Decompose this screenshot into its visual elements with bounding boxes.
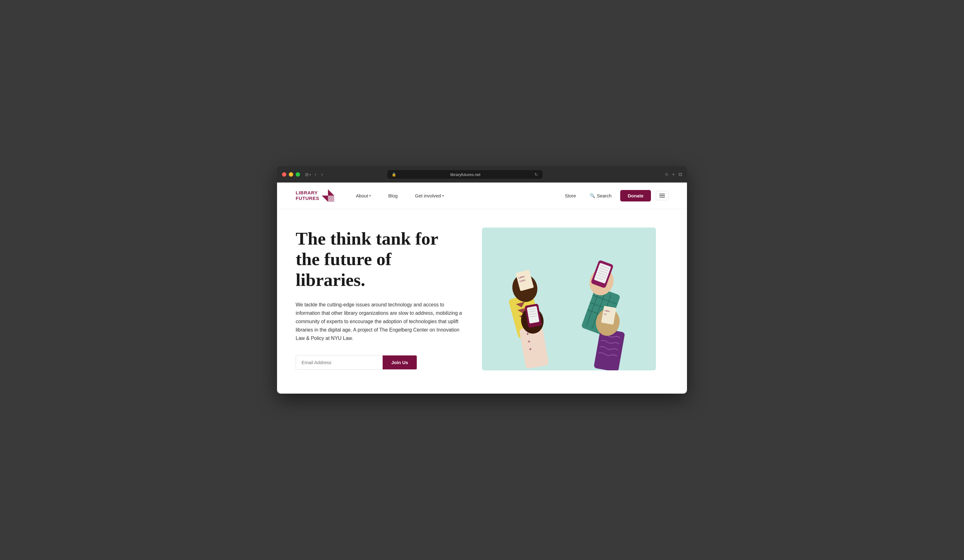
lock-icon: 🔒	[392, 172, 396, 177]
join-button[interactable]: Join Us	[383, 355, 417, 369]
svg-rect-3	[482, 227, 656, 370]
svg-marker-0	[328, 189, 334, 196]
forward-button[interactable]: ›	[320, 171, 324, 178]
search-icon: 🔍	[590, 193, 595, 198]
logo[interactable]: LIBRARY FUTURES	[296, 189, 335, 202]
nav-search-btn[interactable]: 🔍 Search	[586, 191, 616, 201]
hero-section: The think tank for the future of librari…	[277, 209, 687, 389]
hero-illustration: LIBRA CARD	[482, 227, 656, 370]
svg-marker-2	[322, 196, 328, 202]
back-button[interactable]: ‹	[313, 171, 318, 178]
traffic-lights	[282, 172, 300, 177]
url-text: libraryfutures.net	[399, 172, 532, 177]
nav-blog[interactable]: Blog	[379, 191, 406, 201]
browser-window: ⊞ ▾ ‹ › 🔒 libraryfutures.net ↻ ⎋ + ⧉ LIB…	[277, 166, 687, 394]
address-bar[interactable]: 🔒 libraryfutures.net ↻	[387, 170, 542, 179]
nav-donate-button[interactable]: Donate	[620, 190, 651, 201]
close-button[interactable]	[282, 172, 287, 177]
minimize-button[interactable]	[289, 172, 293, 177]
website-content: LIBRARY FUTURES About ▾ Blog	[277, 183, 687, 394]
svg-marker-1	[328, 196, 334, 202]
browser-controls: ⊞ ▾ ‹ ›	[305, 171, 324, 178]
email-form: Join Us	[296, 355, 463, 370]
nav-links: About ▾ Blog Get involved ▾	[347, 191, 560, 201]
nav-about[interactable]: About ▾	[347, 191, 379, 201]
logo-icon	[321, 189, 335, 202]
share-button[interactable]: ⎋	[665, 172, 668, 177]
email-input[interactable]	[296, 355, 383, 370]
get-involved-chevron: ▾	[442, 194, 444, 197]
refresh-button[interactable]: ↻	[534, 172, 538, 177]
hamburger-line-2	[659, 195, 665, 196]
nav-store[interactable]: Store	[560, 191, 581, 201]
hero-image: LIBRA CARD	[482, 227, 656, 370]
browser-actions: ⎋ + ⧉	[665, 172, 682, 177]
hamburger-line-3	[659, 197, 665, 197]
tabs-button[interactable]: ⧉	[679, 172, 682, 177]
nav-actions: Store 🔍 Search Donate	[560, 190, 668, 201]
hero-description: We tackle the cutting-edge issues around…	[296, 300, 463, 343]
browser-chrome: ⊞ ▾ ‹ › 🔒 libraryfutures.net ↻ ⎋ + ⧉	[277, 166, 687, 183]
hero-content: The think tank for the future of librari…	[296, 229, 463, 370]
hamburger-menu[interactable]	[656, 191, 668, 200]
navigation: LIBRARY FUTURES About ▾ Blog	[277, 183, 687, 209]
about-chevron: ▾	[369, 194, 371, 197]
hamburger-line-1	[659, 194, 665, 194]
new-tab-button[interactable]: +	[672, 172, 675, 177]
sidebar-toggle[interactable]: ⊞ ▾	[305, 172, 311, 177]
fullscreen-button[interactable]	[296, 172, 300, 177]
nav-get-involved[interactable]: Get involved ▾	[406, 191, 452, 201]
hero-title: The think tank for the future of librari…	[296, 229, 463, 291]
logo-text: LIBRARY FUTURES	[296, 190, 319, 201]
